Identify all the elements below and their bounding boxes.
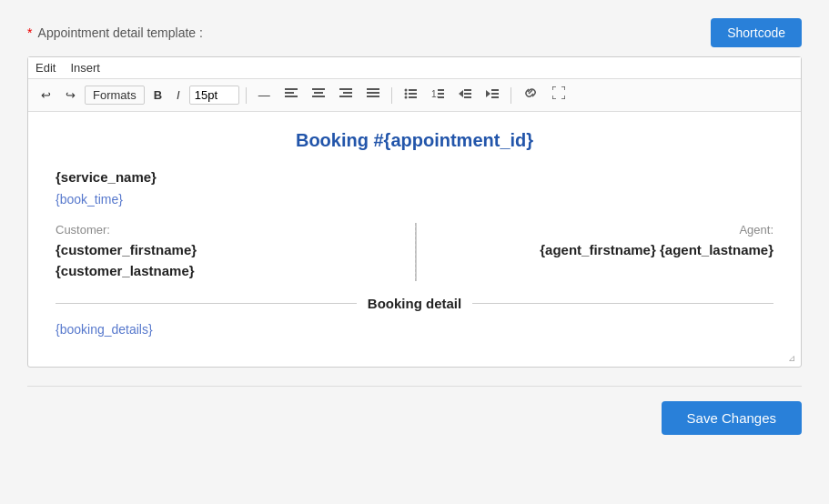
font-size-input[interactable] — [189, 86, 239, 105]
editor-content[interactable]: Booking #{appointment_id} {service_name}… — [28, 112, 801, 367]
link-button[interactable] — [518, 84, 543, 106]
svg-rect-21 — [438, 96, 444, 98]
svg-rect-0 — [285, 88, 298, 90]
align-left-button[interactable] — [279, 85, 303, 106]
field-label-text: Appointment detail template : — [38, 25, 203, 40]
svg-rect-7 — [343, 92, 352, 94]
svg-marker-22 — [459, 90, 463, 97]
svg-rect-29 — [491, 96, 499, 98]
editor-menu: Edit Insert — [28, 57, 801, 79]
svg-rect-23 — [464, 89, 471, 91]
agent-label: Agent: — [429, 223, 773, 237]
list-ol-button[interactable]: 1. — [426, 85, 450, 106]
required-marker: * — [27, 25, 32, 40]
minus-button[interactable]: — — [253, 85, 276, 106]
svg-rect-20 — [438, 93, 444, 95]
svg-rect-5 — [312, 96, 325, 97]
svg-marker-26 — [486, 90, 490, 97]
customer-lastname: {customer_lastname} — [56, 261, 400, 282]
booking-detail-divider: Booking detail — [56, 296, 773, 311]
customer-label: Customer: — [56, 223, 400, 237]
svg-rect-1 — [285, 92, 294, 94]
align-right-button[interactable] — [334, 85, 358, 106]
svg-rect-15 — [409, 93, 417, 95]
svg-rect-25 — [464, 96, 471, 98]
editor-col-right: Agent: {agent_firstname} {agent_lastname… — [429, 223, 773, 261]
field-label: * Appointment detail template : — [27, 25, 203, 40]
editor-book-time: {book_time} — [56, 192, 773, 207]
undo-button[interactable]: ↩ — [35, 85, 56, 106]
toolbar-sep-3 — [511, 87, 511, 104]
svg-rect-3 — [312, 88, 325, 90]
svg-rect-10 — [367, 92, 379, 94]
italic-button[interactable]: I — [171, 85, 186, 106]
align-justify-button[interactable] — [361, 85, 385, 106]
shortcode-button[interactable]: Shortcode — [711, 18, 802, 47]
bold-button[interactable]: B — [148, 85, 167, 106]
svg-rect-4 — [314, 92, 323, 94]
svg-point-16 — [404, 96, 407, 98]
svg-rect-9 — [367, 88, 379, 90]
svg-rect-6 — [339, 88, 352, 90]
indent-out-button[interactable] — [453, 85, 477, 106]
formats-button[interactable]: Formats — [85, 86, 145, 105]
svg-rect-27 — [491, 89, 499, 91]
editor-service-name: {service_name} — [56, 169, 773, 185]
toolbar-sep-1 — [246, 87, 247, 104]
svg-rect-11 — [367, 96, 379, 97]
divider-line-left — [56, 303, 357, 304]
editor-toolbar: ↩ ↪ Formats B I — 1 — [28, 79, 801, 112]
booking-detail-label: Booking detail — [357, 296, 472, 311]
editor-title: Booking #{appointment_id} — [56, 130, 773, 151]
bottom-divider — [27, 386, 802, 387]
svg-rect-17 — [409, 96, 417, 98]
editor-booking-details: {booking_details} — [56, 322, 773, 337]
page-container: * Appointment detail template : Shortcod… — [27, 18, 802, 435]
align-center-button[interactable] — [307, 85, 330, 106]
menu-insert[interactable]: Insert — [70, 61, 100, 75]
editor-two-col: Customer: {customer_firstname} {customer… — [56, 223, 773, 281]
svg-rect-19 — [438, 89, 444, 91]
save-row: Save Changes — [27, 401, 802, 435]
svg-point-14 — [404, 92, 407, 95]
svg-rect-24 — [464, 93, 471, 95]
svg-rect-8 — [339, 96, 352, 97]
agent-name: {agent_firstname} {agent_lastname} — [429, 240, 773, 261]
svg-point-12 — [404, 88, 407, 91]
toolbar-sep-2 — [391, 87, 392, 104]
divider-line-right — [472, 303, 773, 304]
fullscreen-button[interactable] — [547, 84, 571, 106]
save-changes-button[interactable]: Save Changes — [662, 401, 802, 435]
indent-in-button[interactable] — [480, 85, 504, 106]
svg-rect-28 — [491, 93, 499, 95]
editor-wrapper: Edit Insert ↩ ↪ Formats B I — — [27, 56, 802, 368]
svg-rect-2 — [285, 96, 298, 97]
customer-firstname: {customer_firstname} — [56, 240, 400, 261]
list-ul-button[interactable] — [399, 85, 422, 106]
editor-col-left: Customer: {customer_firstname} {customer… — [56, 223, 400, 281]
field-label-row: * Appointment detail template : Shortcod… — [27, 18, 802, 47]
menu-edit[interactable]: Edit — [35, 61, 56, 75]
redo-button[interactable]: ↪ — [60, 85, 81, 106]
svg-rect-13 — [409, 89, 417, 91]
resize-handle[interactable]: ⊿ — [788, 354, 797, 363]
